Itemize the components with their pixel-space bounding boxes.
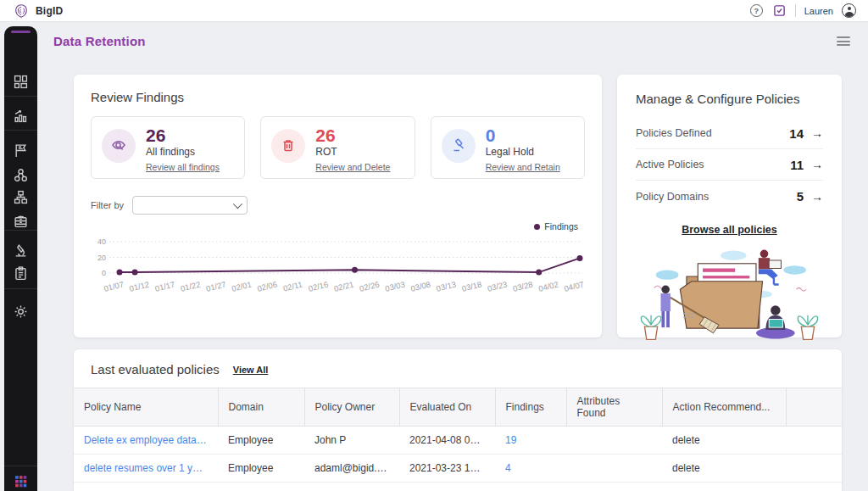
stat-legal-hold[interactable]: 0 Legal Hold Review and Retain (431, 116, 585, 179)
col-policy-name: Policy Name (74, 388, 218, 427)
svg-text:02/06: 02/06 (256, 279, 278, 293)
stat-value: 0 (486, 126, 560, 145)
help-icon[interactable]: ? (749, 3, 764, 18)
tasks-icon[interactable] (772, 3, 787, 18)
stat-all-findings[interactable]: 26 All findings Review all findings (91, 116, 245, 179)
browse-all-policies-link[interactable]: Browse all policies (636, 224, 823, 236)
review-all-findings-link[interactable]: Review all findings (146, 162, 220, 172)
cell-attributes (566, 455, 662, 483)
table-title: Last evaluated policies (91, 362, 220, 377)
table-row[interactable]: Delete ex employee data 2 years... Emplo… (74, 427, 842, 455)
cell-evaluated: 2021-03-23 19:48 (399, 455, 495, 483)
gavel-icon (442, 129, 476, 163)
review-and-delete-link[interactable]: Review and Delete (315, 162, 390, 172)
cell-attributes (566, 483, 662, 491)
cell-attributes (566, 427, 662, 455)
cell-evaluated: 2021-04-08 07:54 (399, 427, 495, 455)
col-policy-owner: Policy Owner (304, 388, 399, 427)
stat-rot[interactable]: 26 ROT Review and Delete (260, 116, 415, 179)
flag-icon[interactable] (14, 143, 28, 158)
table-row[interactable]: delete resumes over 1 year old Employee … (74, 455, 842, 483)
stat-label: All findings (146, 146, 220, 158)
policies-defined-row[interactable]: Policies Defined 14→ (636, 118, 823, 149)
svg-text:02/11: 02/11 (282, 279, 303, 293)
arrow-right-icon: → (811, 158, 823, 171)
policy-name-link[interactable]: hr_emp_records (74, 483, 218, 491)
cell-domain: Employee (218, 455, 304, 483)
cluster-icon[interactable] (14, 168, 28, 182)
sidebar-divider (4, 230, 37, 231)
findings-count-link[interactable]: 4 (495, 455, 566, 483)
cell-action: move to data lake (662, 483, 786, 491)
filter-row: Filter by (91, 196, 585, 215)
dashboard-grid-icon[interactable] (14, 75, 28, 89)
table-row[interactable]: hr_emp_records Employee danr@bigid.com 2… (74, 483, 842, 491)
arrow-right-icon: → (811, 190, 823, 204)
svg-text:01/17: 01/17 (154, 279, 176, 293)
trash-icon (271, 129, 305, 163)
svg-text:02/21: 02/21 (333, 279, 355, 293)
svg-text:0: 0 (102, 269, 106, 277)
page-menu-icon[interactable] (837, 36, 850, 47)
svg-text:03/08: 03/08 (409, 279, 431, 293)
review-findings-title: Review Findings (91, 90, 585, 104)
col-empty (786, 388, 842, 427)
apps-grid-icon[interactable] (14, 474, 28, 488)
col-findings: Findings (495, 388, 566, 427)
chart-legend: Findings (91, 221, 585, 232)
findings-chart: 0204001/0701/1201/1701/2201/2702/0102/06… (91, 233, 585, 310)
sidebar-divider (4, 466, 37, 466)
sidebar-divider (4, 96, 37, 97)
table-header-row: Policy Name Domain Policy Owner Evaluate… (74, 388, 842, 427)
svg-text:04/07: 04/07 (563, 279, 585, 293)
svg-text:01/22: 01/22 (180, 279, 202, 293)
svg-text:02/01: 02/01 (231, 279, 253, 293)
findings-count: 0 (495, 483, 566, 491)
user-avatar-icon[interactable] (842, 3, 856, 18)
svg-text:20: 20 (97, 254, 106, 262)
sidebar-divider (4, 130, 37, 131)
cell-owner: adaml@bigid.com (304, 455, 399, 483)
policy-row-label: Policy Domains (636, 191, 709, 203)
analytics-icon[interactable] (14, 109, 28, 123)
sidebar-divider (4, 288, 37, 289)
policy-name-link[interactable]: delete resumes over 1 year old (74, 455, 218, 483)
col-action-recommended: Action Recommend... (662, 388, 786, 427)
review-and-retain-link[interactable]: Review and Retain (486, 162, 560, 172)
findings-count-link[interactable]: 19 (495, 427, 566, 455)
active-policies-row[interactable]: Active Policies 11→ (636, 149, 823, 181)
svg-text:01/12: 01/12 (128, 279, 150, 293)
policy-name-link[interactable]: Delete ex employee data 2 years... (74, 427, 218, 455)
chevron-down-icon (233, 199, 242, 209)
svg-text:03/18: 03/18 (461, 279, 483, 293)
stat-label: Legal Hold (486, 146, 560, 158)
policies-table: Policy Name Domain Policy Owner Evaluate… (74, 388, 842, 491)
gear-icon[interactable] (14, 304, 28, 319)
manage-policies-card: Manage & Configure Policies Policies Def… (617, 75, 842, 338)
cell-action: delete (662, 455, 786, 483)
policy-domains-row[interactable]: Policy Domains 5→ (636, 181, 823, 212)
filter-select[interactable] (132, 196, 248, 215)
view-all-link[interactable]: View All (233, 365, 269, 375)
archive-icon[interactable] (14, 214, 28, 228)
policy-row-value: 5 (797, 189, 804, 204)
stat-value: 26 (315, 126, 390, 145)
svg-text:40: 40 (97, 237, 106, 246)
svg-text:01/07: 01/07 (103, 279, 125, 293)
brand: BigID (14, 3, 63, 19)
user-name: Lauren (804, 6, 833, 16)
stats-row: 26 All findings Review all findings 26 R… (91, 116, 585, 179)
page-title: Data Retention (53, 34, 146, 48)
svg-text:01/27: 01/27 (205, 279, 227, 293)
eye-search-icon (102, 129, 136, 163)
hierarchy-icon[interactable] (14, 190, 28, 204)
clipboard-icon[interactable] (14, 266, 28, 281)
topbar-divider (795, 4, 796, 17)
cell-owner: danr@bigid.com (304, 483, 399, 491)
policy-row-value: 14 (789, 126, 804, 141)
svg-text:03/13: 03/13 (435, 279, 457, 293)
cell-evaluated: 2021-03-17 17:44 (399, 483, 495, 491)
svg-text:03/28: 03/28 (512, 279, 534, 293)
policy-row-label: Active Policies (636, 159, 704, 170)
microscope-icon[interactable] (14, 243, 28, 258)
